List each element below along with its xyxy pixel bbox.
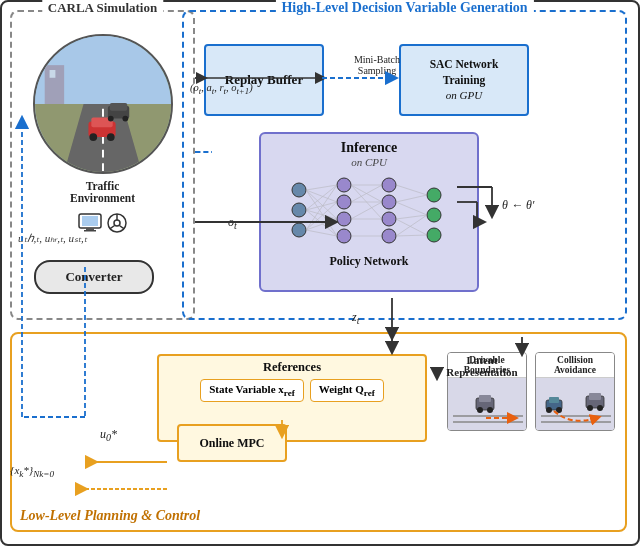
diagram-container: CARLA Simulation [0, 0, 640, 546]
svg-point-13 [122, 116, 128, 122]
icons-row [78, 212, 128, 234]
carla-simulation-box: CARLA Simulation [10, 10, 195, 320]
drivable-boundaries-img [448, 378, 526, 430]
carla-title: CARLA Simulation [42, 0, 163, 16]
u0-label: u0* [100, 427, 117, 443]
collision-avoidance-label: Collision Avoidance [536, 353, 614, 378]
svg-line-40 [306, 190, 337, 236]
xk-label: {xk*}Nk=0 [10, 464, 54, 479]
weight-cell: Weight Qref [310, 379, 384, 402]
traffic-environment-circle [33, 34, 173, 174]
references-title: References [159, 356, 425, 375]
svg-line-21 [109, 226, 114, 229]
svg-point-77 [597, 405, 603, 411]
high-level-title: High-Level Decision Variable Generation [275, 0, 533, 16]
svg-rect-11 [109, 103, 126, 111]
zt-label: zt [352, 310, 359, 326]
svg-point-69 [477, 407, 483, 413]
collision-avoidance-cell: Collision Avoidance [535, 352, 615, 431]
svg-point-25 [292, 223, 306, 237]
svg-point-9 [106, 133, 114, 141]
mini-batch-label: Mini-BatchSampling [342, 54, 412, 76]
svg-line-37 [306, 185, 337, 190]
svg-line-22 [119, 226, 124, 229]
svg-point-12 [107, 116, 113, 122]
svg-rect-68 [479, 395, 491, 402]
svg-point-32 [382, 212, 396, 226]
traffic-env-label: TrafficEnvironment [70, 180, 135, 204]
svg-point-33 [382, 229, 396, 243]
svg-line-47 [306, 219, 337, 230]
svg-point-31 [382, 195, 396, 209]
svg-point-35 [427, 208, 441, 222]
svg-rect-5 [49, 70, 55, 78]
latent-repr-label: LatentRepresentation [437, 354, 527, 378]
references-inner: State Variable xref Weight Qref [159, 375, 425, 406]
svg-line-56 [351, 202, 382, 219]
svg-point-24 [292, 203, 306, 217]
inference-box: Inference on CPU [259, 132, 479, 292]
converter-box: Converter [34, 260, 154, 294]
svg-point-34 [427, 188, 441, 202]
sac-title: SAC NetworkTraining [430, 56, 499, 88]
svg-point-8 [89, 133, 97, 141]
svg-point-19 [114, 220, 120, 226]
svg-line-48 [306, 230, 337, 236]
mpc-box: Online MPC [177, 424, 287, 462]
ot-label: ot [228, 215, 237, 231]
subscript-labels: uₜℎ,ₜ, uₕᵣ,ₜ, uₛₜ,ₜ [18, 232, 87, 245]
theta-label: θ ← θ′ [502, 198, 534, 213]
state-variable-cell: State Variable xref [200, 379, 304, 402]
svg-rect-79 [549, 397, 559, 403]
svg-point-70 [487, 407, 493, 413]
svg-point-29 [337, 229, 351, 243]
svg-point-27 [337, 195, 351, 209]
svg-rect-15 [82, 216, 98, 226]
low-level-title: Low-Level Planning & Control [20, 508, 200, 524]
svg-rect-75 [589, 393, 601, 400]
svg-line-63 [396, 235, 427, 236]
svg-point-36 [427, 228, 441, 242]
svg-line-61 [396, 202, 427, 215]
replay-buffer-box: Replay Buffer [204, 44, 324, 116]
svg-line-57 [396, 185, 427, 195]
ot-at-rt-label: (ot, at, rt, ot+1) [190, 82, 253, 96]
svg-point-80 [546, 407, 552, 413]
svg-point-26 [337, 178, 351, 192]
inference-subtitle: on CPU [261, 156, 477, 168]
svg-point-30 [382, 178, 396, 192]
policy-network-label: Policy Network [261, 254, 477, 269]
svg-point-23 [292, 183, 306, 197]
sac-subtitle: on GPU [446, 88, 482, 103]
sac-box: SAC NetworkTraining on GPU [399, 44, 529, 116]
svg-point-76 [587, 405, 593, 411]
svg-line-58 [396, 195, 427, 202]
svg-rect-16 [86, 228, 94, 230]
inference-title: Inference [261, 134, 477, 156]
svg-point-28 [337, 212, 351, 226]
collision-avoidance-img [536, 378, 614, 430]
